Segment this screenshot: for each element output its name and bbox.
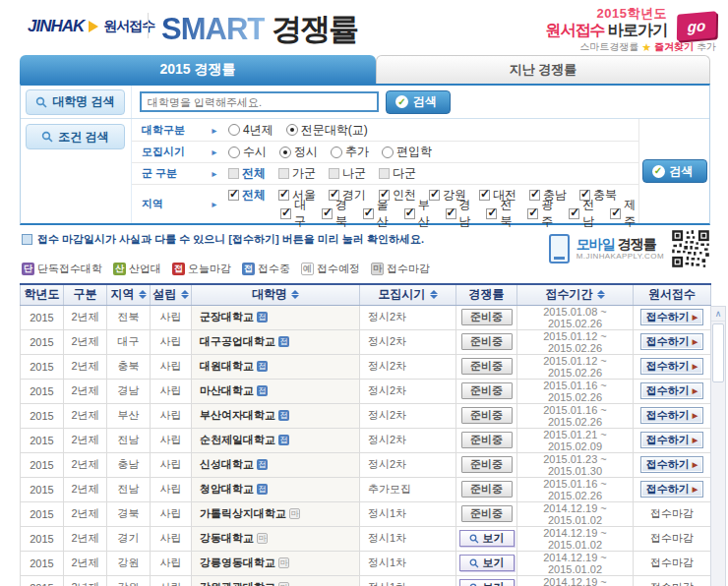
col-header-모집시기[interactable]: 모집시기 bbox=[360, 284, 456, 305]
checkbox-대구[interactable]: 대구 bbox=[280, 197, 309, 230]
radio-4년제[interactable]: 4년제 bbox=[228, 122, 273, 139]
ready-button[interactable]: 준비중 bbox=[461, 358, 513, 375]
university-name[interactable]: 부산여자대학교 bbox=[200, 409, 275, 421]
apply-button[interactable]: 접수하기▶ bbox=[640, 407, 703, 424]
checkbox-control bbox=[486, 208, 497, 219]
apply-button[interactable]: 접수하기▶ bbox=[640, 358, 703, 375]
checkbox-경남[interactable]: 경남 bbox=[446, 197, 474, 230]
ready-button[interactable]: 준비중 bbox=[461, 432, 513, 448]
university-name[interactable]: 군장대학교 bbox=[200, 311, 254, 322]
checkbox-전체[interactable]: 전체 bbox=[228, 165, 266, 182]
option-label: 다군 bbox=[393, 165, 416, 182]
scrollbar[interactable]: ∧ bbox=[710, 306, 726, 586]
university-name[interactable]: 마산대학교 bbox=[200, 384, 254, 396]
checkbox-나군[interactable]: 나군 bbox=[329, 165, 366, 182]
col-header-접수기간[interactable]: 접수기간 bbox=[517, 284, 634, 305]
ready-button[interactable]: 준비중 bbox=[461, 481, 513, 498]
checkbox-가군[interactable]: 가군 bbox=[278, 165, 316, 182]
tab-2015-rates[interactable]: 2015 경쟁률 bbox=[20, 55, 376, 84]
tab-past-rates[interactable]: 지난 경쟁률 bbox=[376, 55, 710, 84]
jinhak-logo[interactable]: JINHAK 원서접수 bbox=[28, 17, 154, 36]
ready-button[interactable]: 준비중 bbox=[461, 382, 513, 399]
radio-전문대학(교)[interactable]: 전문대학(교) bbox=[286, 122, 368, 139]
university-name[interactable]: 강릉영동대학교 bbox=[200, 557, 275, 568]
radio-편입학[interactable]: 편입학 bbox=[382, 144, 432, 160]
scrollbar-thumb[interactable] bbox=[712, 323, 724, 382]
arrow-right-icon: ▶ bbox=[693, 387, 698, 395]
radio-추가[interactable]: 추가 bbox=[331, 144, 369, 160]
col-header-대학명[interactable]: 대학명 bbox=[192, 284, 360, 305]
options-line-0: 수시정시추가편입학 bbox=[228, 143, 432, 161]
cell-rate: 보기 bbox=[456, 575, 517, 586]
cell-region: 경기 bbox=[107, 526, 151, 551]
view-rate-button[interactable]: 보기 bbox=[459, 555, 515, 571]
ready-button[interactable]: 준비중 bbox=[461, 407, 513, 424]
column-label: 학년도 bbox=[25, 286, 60, 303]
checkbox-control bbox=[322, 208, 333, 219]
cell-found: 사립 bbox=[151, 329, 192, 354]
favorite-line[interactable]: 스마트경쟁률 ★ 즐겨찾기 추가 bbox=[579, 40, 716, 54]
checkbox-경북[interactable]: 경북 bbox=[322, 197, 350, 230]
view-rate-button[interactable]: 보기 bbox=[459, 579, 515, 586]
university-name[interactable]: 청암대학교 bbox=[200, 483, 254, 495]
ready-button[interactable]: 준비중 bbox=[461, 309, 513, 325]
checkbox-control bbox=[278, 168, 289, 179]
apply-quicklink[interactable]: 2015학년도 원서접수 바로가기 bbox=[546, 7, 667, 39]
condition-search-button[interactable]: ✓ 검색 bbox=[642, 159, 707, 183]
table-row: 20152년제대구사립대구공업대학교접정시2차준비중2015.01.12 ~ 2… bbox=[21, 329, 711, 354]
ready-button[interactable]: 준비중 bbox=[461, 505, 513, 522]
sort-icon[interactable] bbox=[139, 290, 147, 299]
university-name[interactable]: 대구공업대학교 bbox=[200, 335, 275, 347]
radio-control bbox=[331, 146, 342, 158]
arrow-right-icon: ▶ bbox=[693, 338, 698, 346]
checkbox-다군[interactable]: 다군 bbox=[379, 165, 416, 182]
name-search-button[interactable]: ✓ 검색 bbox=[386, 90, 451, 114]
sort-up-icon bbox=[139, 290, 147, 294]
magnifier-icon bbox=[469, 534, 479, 544]
university-name[interactable]: 강원관광대학교 bbox=[200, 581, 275, 586]
cell-found: 사립 bbox=[151, 501, 192, 526]
university-name[interactable]: 순천제일대학교 bbox=[200, 434, 275, 445]
col-header-설립[interactable]: 설립 bbox=[151, 284, 192, 305]
checkbox-제주[interactable]: 제주 bbox=[610, 197, 638, 230]
mobile-rates-link[interactable]: 모바일 경쟁률 M.JINHAKAPPLY.COM bbox=[549, 229, 710, 268]
university-name-search-row: 대학명 검색 ✓ 검색 bbox=[21, 86, 709, 119]
radio-정시[interactable]: 정시 bbox=[279, 144, 318, 160]
sort-icon[interactable] bbox=[597, 290, 605, 299]
apply-button[interactable]: 접수하기▶ bbox=[640, 432, 703, 448]
ready-button[interactable]: 준비중 bbox=[461, 456, 513, 473]
university-name-input[interactable] bbox=[140, 91, 379, 112]
sort-icon[interactable] bbox=[291, 290, 299, 299]
checkbox-광주[interactable]: 광주 bbox=[527, 197, 556, 230]
university-name[interactable]: 가톨릭상지대학교 bbox=[200, 507, 286, 519]
legend-label: 단독접수대학 bbox=[37, 262, 102, 276]
sort-up-icon bbox=[430, 290, 438, 294]
radio-수시[interactable]: 수시 bbox=[228, 144, 267, 160]
go-ribbon-icon[interactable]: go bbox=[677, 11, 716, 41]
name-search-label-box: 대학명 검색 bbox=[26, 89, 125, 115]
view-rate-button[interactable]: 보기 bbox=[459, 530, 515, 547]
apply-button[interactable]: 접수하기▶ bbox=[640, 309, 703, 325]
university-name[interactable]: 대원대학교 bbox=[200, 360, 254, 372]
scrollbar-up-icon[interactable]: ∧ bbox=[711, 307, 725, 322]
apply-button[interactable]: 접수하기▶ bbox=[640, 456, 703, 473]
favorite-suffix: 추가 bbox=[697, 40, 716, 54]
sort-icon[interactable] bbox=[181, 290, 189, 299]
col-header-학년도: 학년도 bbox=[21, 284, 64, 305]
checkbox-부산[interactable]: 부산 bbox=[404, 197, 433, 230]
university-name[interactable]: 강동대학교 bbox=[200, 532, 254, 544]
sort-icon[interactable] bbox=[430, 290, 438, 299]
checkbox-울산[interactable]: 울산 bbox=[363, 197, 392, 230]
cell-type: 2년제 bbox=[64, 551, 107, 575]
apply-button[interactable]: 접수하기▶ bbox=[640, 382, 703, 399]
university-name[interactable]: 신성대학교 bbox=[200, 458, 254, 470]
col-header-지역[interactable]: 지역 bbox=[107, 284, 151, 305]
ready-button[interactable]: 준비중 bbox=[461, 333, 513, 350]
apply-label: 접수하기 bbox=[646, 383, 690, 398]
checkbox-전북[interactable]: 전북 bbox=[486, 197, 515, 230]
checkbox-전체[interactable]: 전체 bbox=[228, 187, 266, 204]
checkbox-전남[interactable]: 전남 bbox=[569, 197, 597, 230]
apply-button[interactable]: 접수하기▶ bbox=[640, 333, 703, 350]
apply-button[interactable]: 접수하기▶ bbox=[640, 481, 703, 498]
cell-type: 2년제 bbox=[64, 329, 107, 354]
